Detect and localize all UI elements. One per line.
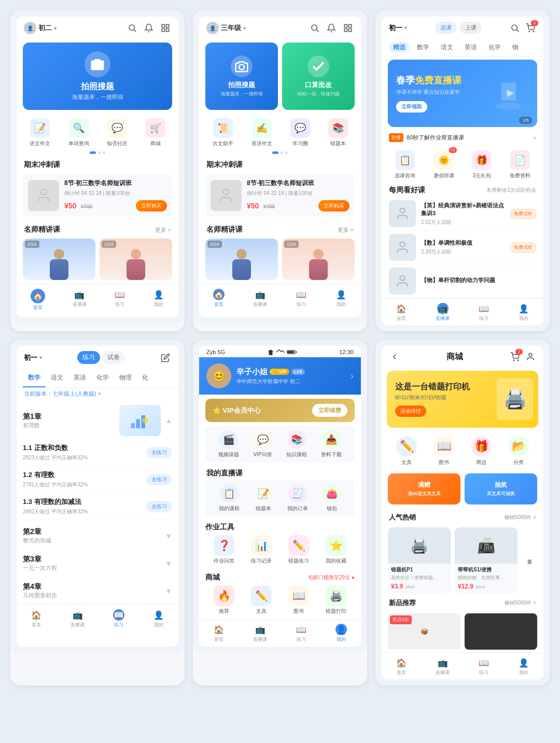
my-icon-错题本[interactable]: 📝 错题本 <box>254 484 273 512</box>
search-button[interactable] <box>509 22 521 34</box>
shop-item-文具[interactable]: ✏️ 文具 <box>251 585 272 615</box>
category-item-图书[interactable]: 📖 图书 <box>433 436 454 466</box>
grid-button[interactable] <box>342 22 354 34</box>
tab-练习[interactable]: 练习 <box>77 351 100 364</box>
quick-icon-资料下载[interactable]: 📥 资料下载 <box>321 430 342 458</box>
icon-item[interactable]: 💬 知否社区 <box>107 118 128 147</box>
icon-item[interactable]: 📚 错题本 <box>328 118 348 147</box>
section2-more[interactable]: 更多 > <box>338 226 354 234</box>
course-card[interactable]: 8节·初三数学名师短训班 倒计时 04 32 18 | 限量100份 ¥50 ¥… <box>205 174 355 217</box>
banner-cta-button[interactable]: 立即领取 <box>396 101 427 113</box>
nav-item-首页[interactable]: 🏠 首页 <box>213 624 225 643</box>
subject-tab-数学[interactable]: 数学 <box>23 369 46 387</box>
tab-试卷[interactable]: 试卷 <box>102 351 125 364</box>
nav-item-直播课[interactable]: 📺 直播课 <box>73 289 87 311</box>
person-button[interactable] <box>525 351 536 362</box>
banner-tile-2[interactable]: 口算批改 轻松一拍，快速判题 <box>282 43 355 110</box>
printer-cta-button[interactable]: 活动详情 <box>395 405 426 417</box>
nav-item-练习[interactable]: 📖 练习 <box>478 657 489 676</box>
shop-item-推荐[interactable]: 🔥 推荐 <box>214 585 234 615</box>
icon-item[interactable]: 📋 选课咨询 <box>395 150 415 179</box>
shop-item-错题打印[interactable]: 🖨️ 错题打印 <box>326 585 346 615</box>
icon-item[interactable]: 📜 古文助手 <box>213 118 233 147</box>
nav-item-练习[interactable]: 📖 练习 <box>114 289 125 311</box>
promo-tile-满赠[interactable]: 满赠 满95送文具文具 <box>388 473 460 504</box>
nav-item-练习[interactable]: 📖 练习 <box>478 303 489 322</box>
select-course-tab[interactable]: 选课 <box>435 22 457 34</box>
my-icon-我的订单[interactable]: 🧾 我的订单 <box>287 484 308 512</box>
course-card[interactable]: 8节·初三数学名师短训班 倒计时 04 32 18 | 限量100份 ¥50 ¥… <box>23 174 172 217</box>
notice-more[interactable]: > <box>533 135 536 141</box>
chapter-header[interactable]: 第3章 一元一次方程 ▼ <box>23 552 172 575</box>
subject-tab-物[interactable]: 物 <box>508 42 523 53</box>
buy-button[interactable]: 立即购买 <box>136 200 167 212</box>
free-trial-badge[interactable]: 免费试听 <box>510 243 536 253</box>
promo-tile-抽奖[interactable]: 抽奖 买文具可抽奖 <box>465 473 537 504</box>
free-trial-badge[interactable]: 免费试听 <box>510 209 536 219</box>
nav-item-直播课[interactable]: 📺 直播课 <box>71 609 85 628</box>
nav-item-首页[interactable]: 🏠 首页 <box>213 289 225 308</box>
search-button[interactable] <box>309 22 320 34</box>
version-info[interactable]: 当前版本：七年级上(人教版) > <box>17 388 178 400</box>
hw-item-作业问答[interactable]: ❓ 作业问答 <box>214 535 234 565</box>
nav-item-直播课[interactable]: 📺 直播课 <box>436 303 450 322</box>
search-button[interactable] <box>127 22 138 34</box>
subject-tab-化[interactable]: 化 <box>137 369 153 387</box>
shop-item-图书[interactable]: 📖 图书 <box>288 585 309 615</box>
cart-button[interactable]: 2 <box>509 351 521 362</box>
profile-arrow-icon[interactable]: › <box>351 371 354 382</box>
subject-tab-英语[interactable]: 英语 <box>68 369 91 387</box>
nav-item-首页[interactable]: 🏠 首页 <box>31 289 45 311</box>
nav-item-练习[interactable]: 📖 练习 <box>296 289 307 308</box>
attend-class-tab[interactable]: 上课 <box>460 22 482 34</box>
buy-button[interactable]: 立即购买 <box>318 200 349 212</box>
quick-icon-VIP问答[interactable]: 💬 VIP问答 <box>253 430 272 458</box>
quick-icon-视频讲题[interactable]: 🎬 视频讲题 <box>218 430 239 458</box>
nav-item-我的[interactable]: 👤 我的 <box>518 657 529 676</box>
chapter-header[interactable]: 第2章 整式的加减 ▼ <box>23 524 172 548</box>
header-left[interactable]: 👤 初二 ▾ <box>24 22 57 34</box>
weekly-course-item[interactable]: 【英】经典演讲赏析+易错语法点集训3 2.01万人试听 免费试听 <box>382 197 543 231</box>
hw-item-我的收藏[interactable]: ⭐ 我的收藏 <box>326 535 346 565</box>
hot-more[interactable]: 畅销5000件 > <box>505 514 536 521</box>
header-left[interactable]: 👤 三年级 ▾ <box>206 22 246 34</box>
category-item-文具[interactable]: ✏️ 文具 <box>396 436 417 466</box>
chapter-header[interactable]: 第4章 几何图形初步 ▼ <box>23 579 172 602</box>
icon-item[interactable]: ✍️ 英语作文 <box>251 118 272 147</box>
bell-button[interactable] <box>143 22 155 34</box>
vip-card[interactable]: ⭐ VIP会员中心 立即续费 <box>205 399 355 422</box>
grid-button[interactable] <box>160 22 171 34</box>
nav-item-我的[interactable]: 👤 我的 <box>335 624 347 643</box>
nav-item-直播课[interactable]: 📺 直播课 <box>253 624 267 643</box>
practice-button[interactable]: 去练习 <box>146 474 172 485</box>
nav-item-我的[interactable]: 👤 我的 <box>153 609 164 628</box>
nav-item-直播课[interactable]: 📺 直播课 <box>436 657 450 676</box>
weekly-course-item[interactable]: 【物】单杆切割的动力学问题 <box>382 264 543 298</box>
new-more[interactable]: 畅销5000件 > <box>505 599 536 607</box>
icon-item[interactable]: 🔍 单词查询 <box>68 118 89 147</box>
subject-tab-化学[interactable]: 化学 <box>91 369 114 387</box>
icon-item[interactable]: 💬 学习圈 <box>290 118 310 147</box>
grade-selector[interactable]: 初一 ▾ <box>389 23 407 33</box>
nav-item-练习[interactable]: 📖 练习 <box>296 624 307 643</box>
featured-tile-2[interactable]: 1/24 <box>100 239 172 280</box>
weekly-course-item[interactable]: 【数】单调性和极值 2.34万人试听 免费试听 <box>382 231 543 264</box>
subject-tab-语文[interactable]: 语文 <box>46 369 68 387</box>
nav-item-我的[interactable]: 👤 我的 <box>153 289 164 311</box>
product-card[interactable]: 🖨️ 错题机P1 高性价比！便携错题... ¥3.9 29.9 <box>388 527 451 593</box>
my-icon-我的课程[interactable]: 📋 我的课程 <box>219 484 240 512</box>
practice-button[interactable]: 去练习 <box>146 447 172 458</box>
icon-item[interactable]: 📄 免费资料 <box>510 150 530 179</box>
nav-item-首页[interactable]: 🏠 首页 <box>31 609 42 628</box>
subject-tab-英语[interactable]: 英语 <box>460 42 481 53</box>
nav-item-我的[interactable]: 👤 我的 <box>335 289 347 308</box>
product-card[interactable]: 📠 帮帮机S1/便携 精致好物、支持距离... ¥12.9 29.9 <box>455 527 517 593</box>
my-icon-钱包[interactable]: 👛 钱包 <box>323 484 341 512</box>
featured-tile-1[interactable]: 2/24 <box>205 239 278 280</box>
nav-item-直播课[interactable]: 📺 直播课 <box>253 289 267 308</box>
nav-item-练习[interactable]: 📖 练习 <box>113 609 124 628</box>
chapter-header[interactable]: 第1章 有理数 ▲ <box>23 402 172 439</box>
new-product-1[interactable]: 新品5折 📦 <box>388 613 460 650</box>
subject-tab-物理[interactable]: 物理 <box>114 369 137 387</box>
icon-item[interactable]: 🛒 商城 <box>146 118 165 147</box>
